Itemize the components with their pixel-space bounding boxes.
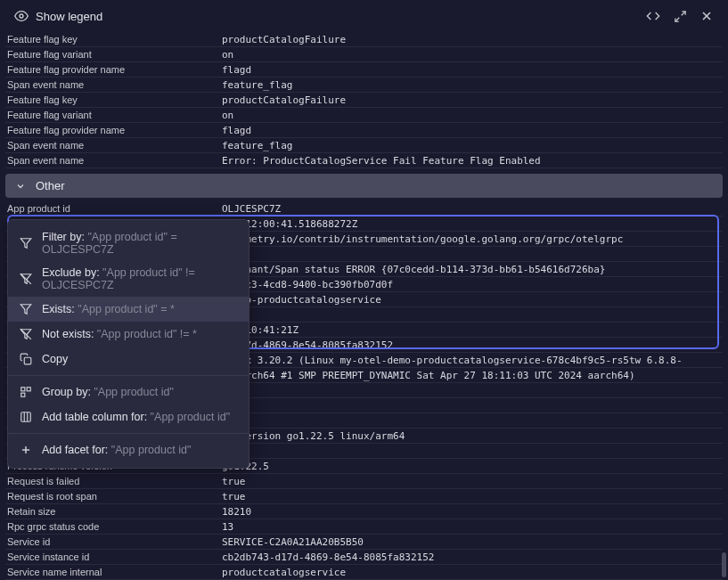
row-value xyxy=(222,404,723,406)
row-value: on xyxy=(222,48,723,61)
table-row[interactable]: Span event nameError: ProductCatalogServ… xyxy=(5,153,723,168)
row-value xyxy=(222,389,723,391)
row-key: Span event name xyxy=(5,154,222,167)
eye-icon[interactable] xyxy=(14,9,29,23)
row-value: telemetry.io/contrib/instrumentation/goo… xyxy=(222,233,723,246)
header-left: Show legend xyxy=(14,9,102,23)
not-exists-icon xyxy=(19,327,33,341)
row-value xyxy=(222,253,723,255)
row-value: go version go1.22.5 linux/arm64 xyxy=(222,429,723,443)
row-value: 0.aarch64 #1 SMP PREEMPT_DYNAMIC Sat Apr… xyxy=(222,369,723,382)
svg-line-1 xyxy=(681,11,684,14)
close-icon[interactable] xyxy=(699,9,714,23)
row-value: -18T10:41:21Z xyxy=(222,323,723,337)
row-value: 3-d17d-4869-8e54-8085fa832152 xyxy=(222,339,723,352)
svg-line-2 xyxy=(675,17,678,20)
copy-icon xyxy=(19,352,33,366)
row-value: productcatalogservice xyxy=(222,566,723,579)
table-row[interactable]: Span event namefeature_flag xyxy=(5,138,723,153)
row-key: Request is root span xyxy=(5,490,222,502)
table-row[interactable]: Request is failedtrue xyxy=(5,474,723,489)
header-right xyxy=(646,9,714,23)
menu-group-by[interactable]: Group by: "App product id" xyxy=(8,380,249,404)
row-value: feature_flag xyxy=(222,78,723,92)
menu-not-exists[interactable]: Not exists: "App product id" != * xyxy=(8,322,249,347)
table-row[interactable]: Feature flag keyproductCatalogFailure xyxy=(5,93,723,108)
menu-filter-by[interactable]: Filter by: "App product id" = OLJCESPC7Z xyxy=(8,225,249,261)
svg-rect-13 xyxy=(27,388,30,391)
table-row[interactable]: Feature flag provider nameflagd xyxy=(5,123,723,138)
panel-header: Show legend xyxy=(0,0,728,32)
row-key: Feature flag variant xyxy=(5,48,222,61)
menu-copy[interactable]: Copy xyxy=(8,347,249,372)
section-title: Other xyxy=(36,179,65,192)
row-value: productCatalogFailure xyxy=(222,94,723,107)
filter-off-icon xyxy=(19,272,33,286)
svg-point-0 xyxy=(20,14,23,18)
context-menu: Filter by: "App product id" = OLJCESPC7Z… xyxy=(7,219,249,469)
row-key: Feature flag key xyxy=(5,33,222,45)
row-value: go1.22.5 xyxy=(222,460,723,473)
table-row[interactable]: Feature flag provider nameflagd xyxy=(5,62,723,78)
row-value: OLJCESPC7Z xyxy=(222,202,723,216)
row-value: cb2db743-d17d-4869-8e54-8085fa832152 xyxy=(222,551,723,564)
row-key: Feature flag variant xyxy=(5,109,222,121)
row-key: Feature flag provider name xyxy=(5,124,222,136)
table-row[interactable]: App product idOLJCESPC7Z xyxy=(5,201,723,216)
row-key: Feature flag key xyxy=(5,94,222,106)
table-row[interactable]: Service name internalproductcatalogservi… xyxy=(5,565,723,580)
menu-exclude-by[interactable]: Exclude by: "App product id" != OLJCESPC… xyxy=(8,261,249,297)
row-value: Linux 3.20.2 (Linux my-otel-demo-product… xyxy=(222,354,723,367)
table-row[interactable]: Feature flag varianton xyxy=(5,47,723,62)
show-legend-label[interactable]: Show legend xyxy=(36,10,102,23)
menu-add-facet[interactable]: Add facet for: "App product id" xyxy=(8,437,249,462)
table-row[interactable]: Feature flag keyproductCatalogFailure xyxy=(5,32,723,47)
menu-divider xyxy=(8,433,249,434)
row-value: true xyxy=(222,475,723,488)
table-row[interactable]: Span event namefeature_flag xyxy=(5,78,723,93)
chevron-down-icon xyxy=(14,180,27,192)
row-value: go xyxy=(222,445,723,458)
table-row[interactable]: Feature flag varianton xyxy=(5,108,723,123)
row-value: -18T12:00:41.518688272Z xyxy=(222,217,723,231)
row-key: Span event name xyxy=(5,78,222,91)
row-value: true xyxy=(222,490,723,503)
scrollbar-thumb[interactable] xyxy=(722,552,726,577)
row-key: Service name internal xyxy=(5,566,222,578)
row-value: flagd xyxy=(222,124,723,137)
svg-rect-11 xyxy=(24,357,31,364)
row-value: flagd xyxy=(222,63,723,77)
row-key: Request is failed xyxy=(5,475,222,487)
code-icon[interactable] xyxy=(646,9,660,23)
menu-divider xyxy=(8,375,249,376)
row-value: , tenant/Span status ERROR {07c0cedd-b11… xyxy=(222,263,723,276)
menu-add-column[interactable]: Add table column for: "App product id" xyxy=(8,404,249,429)
row-value: SERVICE-C2A0A21AA20B5B50 xyxy=(222,535,723,549)
row-key: App product id xyxy=(5,202,222,215)
row-value: productCatalogFailure xyxy=(222,33,723,46)
row-value: -demo-productcatalogservice xyxy=(222,293,723,306)
section-other-header[interactable]: Other xyxy=(5,174,723,198)
filter-icon xyxy=(19,236,33,250)
row-key: Service instance id xyxy=(5,551,222,563)
menu-exists[interactable]: Exists: "App product id" = * xyxy=(8,297,249,322)
row-value: 7-9dc3-4cd8-9400-bc390fb07d0f xyxy=(222,278,723,291)
row-value: 0.4 xyxy=(222,308,723,322)
row-value: Error: ProductCatalogService Fail Featur… xyxy=(222,154,723,167)
row-value: on xyxy=(222,109,723,122)
table-row[interactable]: Request is root spantrue xyxy=(5,489,723,504)
row-key: Span event name xyxy=(5,139,222,151)
table-column-icon xyxy=(19,410,33,424)
table-row[interactable]: Service instance idcb2db743-d17d-4869-8e… xyxy=(5,550,723,565)
table-row[interactable]: Retain size18210 xyxy=(5,504,723,519)
table-row[interactable]: Service idSERVICE-C2A0A21AA20B5B50 xyxy=(5,535,723,550)
table-row[interactable]: Rpc grpc status code13 xyxy=(5,519,723,535)
row-value: feature_flag xyxy=(222,139,723,152)
exists-icon xyxy=(19,302,33,316)
svg-rect-14 xyxy=(21,393,25,396)
expand-icon[interactable] xyxy=(673,9,687,23)
svg-rect-15 xyxy=(21,413,31,422)
row-key: Feature flag provider name xyxy=(5,63,222,76)
row-value: 13 xyxy=(222,520,723,534)
svg-marker-5 xyxy=(20,239,31,249)
